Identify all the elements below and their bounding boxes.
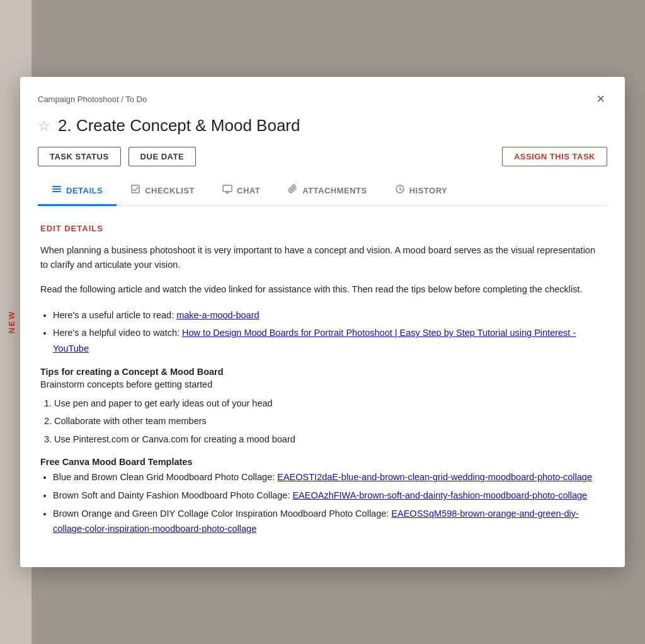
tab-details-label: DETAILS [66, 186, 103, 195]
details-para1: When planning a business photoshoot it i… [40, 243, 605, 272]
tab-attachments-label: ATTACHMENTS [302, 186, 367, 195]
svg-rect-2 [52, 191, 61, 192]
details-para2: Read the following article and watch the… [40, 282, 605, 297]
details-icon [52, 184, 62, 197]
sidebar-label: NEW [7, 311, 16, 333]
templates-heading: Free Canva Mood Board Templates [40, 457, 605, 467]
task-modal: Campaign Photoshoot / To Do × ☆ 2. Creat… [20, 77, 625, 567]
title-row: ☆ 2. Create Concept & Mood Board [38, 116, 607, 135]
svg-rect-1 [52, 188, 61, 190]
tab-checklist-label: CHECKLIST [145, 186, 195, 195]
close-button[interactable]: × [594, 89, 607, 108]
list-item: Collaborate with other team members [54, 413, 605, 429]
list-item: Brown Soft and Dainty Fashion Moodboard … [53, 488, 605, 503]
template1-prefix: Blue and Brown Clean Grid Moodboard Phot… [53, 472, 277, 482]
link1-prefix: Here's a useful article to read: [53, 310, 176, 320]
edit-details-label: EDIT DETAILS [40, 224, 605, 233]
checklist-icon [130, 184, 140, 197]
list-item: Here's a helpful video to watch: How to … [53, 325, 605, 356]
template2-prefix: Brown Soft and Dainty Fashion Moodboard … [53, 490, 292, 500]
list-item: Use pen and paper to get early ideas out… [54, 396, 605, 411]
attachments-icon [288, 184, 298, 197]
tab-details[interactable]: DETAILS [38, 176, 117, 206]
tabs-bar: DETAILS CHECKLIST CHAT [38, 176, 607, 206]
link1[interactable]: make-a-mood-board [176, 310, 259, 320]
star-icon[interactable]: ☆ [38, 118, 50, 134]
task-name: Create Concept & Mood Board [76, 116, 300, 135]
template1-link[interactable]: EAEOSTI2daE-blue-and-brown-clean-grid-we… [277, 472, 592, 482]
template3-prefix: Brown Orange and Green DIY Collage Color… [53, 509, 391, 519]
link2-prefix: Here's a helpful video to watch: [53, 328, 182, 338]
tab-checklist[interactable]: CHECKLIST [117, 176, 208, 206]
tips-list: Use pen and paper to get early ideas out… [54, 396, 605, 447]
list-item: Brown Orange and Green DIY Collage Color… [53, 506, 605, 537]
chat-icon [222, 184, 232, 197]
tips-subtext: Brainstorm concepts before getting start… [40, 379, 605, 389]
assign-task-button[interactable]: ASSIGN THIS TASK [502, 147, 607, 166]
actions-row: TASK STATUS DUE DATE ASSIGN THIS TASK [38, 147, 607, 166]
list-item: Here's a useful article to read: make-a-… [53, 308, 605, 323]
svg-rect-3 [132, 185, 139, 193]
task-number: 2. [58, 116, 72, 135]
task-status-button[interactable]: TASK STATUS [38, 147, 121, 166]
tab-chat-label: CHAT [237, 186, 260, 195]
templates-list: Blue and Brown Clean Grid Moodboard Phot… [53, 469, 605, 537]
history-icon [395, 184, 405, 197]
tab-attachments[interactable]: ATTACHMENTS [274, 176, 381, 206]
modal-body: EDIT DETAILS When planning a business ph… [20, 206, 625, 567]
tips-heading: Tips for creating a Concept & Mood Board [40, 367, 605, 377]
tab-history-label: HISTORY [409, 186, 448, 195]
list-item: Use Pinterest.com or Canva.com for creat… [54, 432, 605, 447]
svg-rect-4 [223, 185, 232, 192]
tab-history[interactable]: HISTORY [381, 176, 462, 206]
tab-chat[interactable]: CHAT [208, 176, 274, 206]
list-item: Blue and Brown Clean Grid Moodboard Phot… [53, 469, 605, 485]
svg-rect-0 [52, 186, 61, 187]
links-list: Here's a useful article to read: make-a-… [53, 308, 605, 357]
breadcrumb: Campaign Photoshoot / To Do [38, 95, 147, 104]
breadcrumb-row: Campaign Photoshoot / To Do × [38, 89, 607, 108]
template2-link[interactable]: EAEOAzhFIWA-brown-soft-and-dainty-fashio… [292, 490, 587, 500]
modal-header: Campaign Photoshoot / To Do × ☆ 2. Creat… [20, 77, 625, 206]
task-title: 2. Create Concept & Mood Board [58, 116, 300, 135]
due-date-button[interactable]: DUE DATE [128, 147, 196, 166]
